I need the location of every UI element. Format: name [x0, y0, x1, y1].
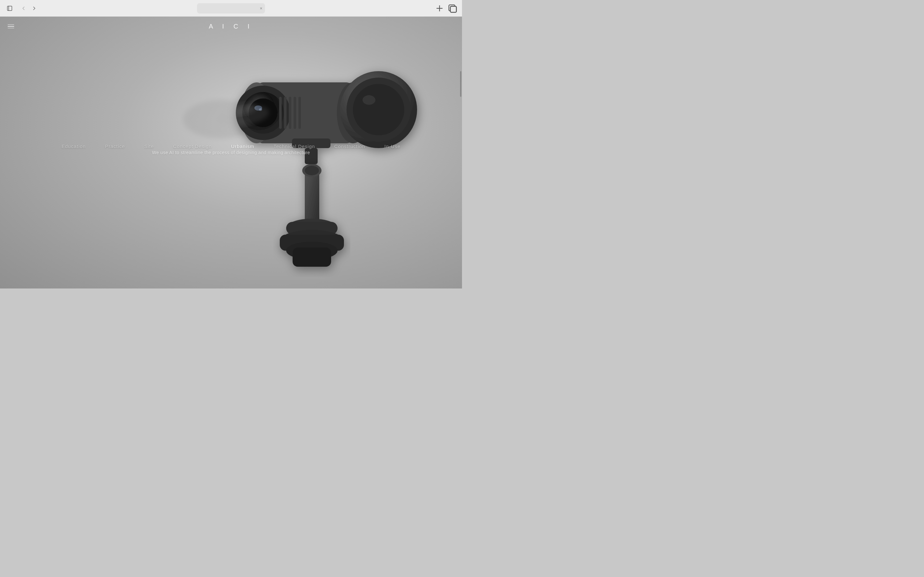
nav-item-construction[interactable]: Construction — [334, 143, 365, 149]
nav-item-practice[interactable]: Practice — [105, 143, 125, 149]
address-clear-button[interactable]: × — [260, 6, 262, 11]
tagline-text: We use AI to streamline the process of d… — [0, 150, 462, 155]
nav-item-in-use[interactable]: In-Use — [384, 143, 401, 149]
forward-button[interactable] — [29, 4, 39, 13]
svg-rect-0 — [7, 6, 12, 11]
svg-point-38 — [305, 166, 319, 175]
svg-point-15 — [353, 84, 404, 135]
nav-item-education[interactable]: Education — [61, 143, 86, 149]
tab-manager-button[interactable] — [448, 4, 457, 13]
site-subtitle: We use AI to streamline the process of d… — [0, 150, 462, 155]
nav-item-urbanism[interactable]: Urbanism — [231, 143, 254, 149]
browser-chrome: × — [0, 0, 462, 17]
browser-nav-buttons — [19, 4, 39, 13]
site-header: A I C I — [0, 17, 462, 36]
nav-item-technical-design[interactable]: Technical Design — [273, 143, 315, 149]
svg-rect-26 — [294, 97, 296, 129]
new-tab-button[interactable] — [435, 4, 444, 13]
back-button[interactable] — [19, 4, 28, 13]
svg-rect-27 — [298, 97, 301, 129]
scrollbar-thumb[interactable] — [460, 71, 461, 97]
svg-rect-24 — [284, 97, 286, 129]
svg-rect-23 — [279, 97, 282, 129]
nav-item-site[interactable]: Site — [144, 143, 154, 149]
site-nav: Education Practice Site Concept Design U… — [0, 143, 462, 149]
address-bar: × — [197, 3, 265, 13]
nav-item-concept-design[interactable]: Concept Design — [173, 143, 212, 149]
browser-actions — [435, 4, 457, 13]
svg-rect-25 — [289, 97, 291, 129]
site-wrapper: A I C I Education Practice Site Concept … — [0, 17, 462, 288]
svg-point-16 — [363, 95, 375, 105]
address-input[interactable] — [197, 3, 265, 13]
sidebar-toggle-button[interactable] — [5, 4, 14, 13]
site-logo: A I C I — [209, 23, 253, 30]
hamburger-menu-button[interactable] — [8, 24, 14, 29]
svg-rect-5 — [451, 6, 457, 12]
svg-rect-36 — [292, 247, 331, 267]
